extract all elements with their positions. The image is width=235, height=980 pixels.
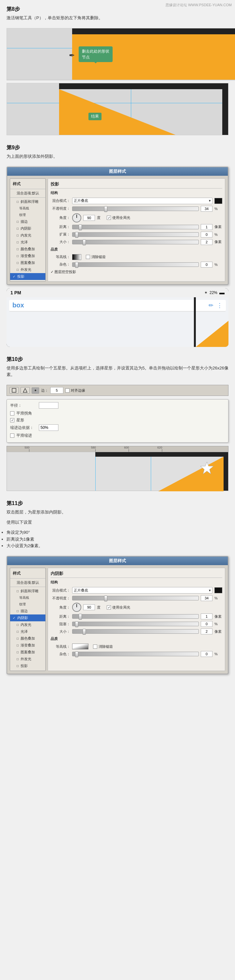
- angle-degree-9: 度: [97, 215, 105, 220]
- texture-9[interactable]: 纹理: [10, 212, 45, 218]
- smooth-corner-label-10: 平滑拐角: [16, 410, 32, 416]
- angle-dial-9[interactable]: [72, 213, 81, 223]
- dialog-title-11: 图层样式: [7, 557, 228, 565]
- antialias-check-9[interactable]: 消除锯齿: [86, 255, 106, 259]
- step11-settings-list: 角设定为90° 距离设为1像素 大小设置为2像素。: [6, 529, 229, 549]
- inner-shadow-section-title-11: 内阴影: [51, 571, 222, 578]
- noise-slider-9[interactable]: [72, 262, 199, 267]
- blend-options-11[interactable]: 混合选项:默认: [10, 579, 45, 586]
- shadow-color-swatch-9[interactable]: [214, 198, 222, 204]
- noise-slider-11[interactable]: [72, 652, 199, 656]
- noise-unit-11: %: [214, 652, 222, 656]
- size-slider-11[interactable]: [72, 629, 199, 634]
- stroke-11[interactable]: □描边: [10, 608, 45, 614]
- color-overlay-11[interactable]: □颜色叠加: [10, 635, 45, 642]
- inner-shadow-9[interactable]: □内阴影: [10, 225, 45, 232]
- angle-label-11: 角度：: [51, 605, 70, 610]
- edge-input-10[interactable]: [50, 387, 64, 394]
- spread-input-9[interactable]: [201, 232, 213, 237]
- gradient-overlay-9[interactable]: □渐变叠加: [10, 253, 45, 259]
- setting-item-0: 角设定为90°: [6, 529, 229, 536]
- radius-input-10[interactable]: [39, 402, 59, 409]
- pattern-overlay-9[interactable]: □图案叠加: [10, 259, 45, 266]
- spread-slider-9[interactable]: [72, 232, 199, 237]
- distance-input-11[interactable]: [201, 614, 213, 619]
- styles-label-9: 样式: [10, 180, 45, 188]
- global-light-check-11[interactable]: ✓ 使用全局光: [107, 605, 130, 610]
- blend-mode-select-11[interactable]: 正片叠底 ▾: [72, 587, 213, 593]
- divider-9: [10, 189, 45, 189]
- phone-triangle-9: [196, 321, 229, 347]
- indent-row-10: 缩进边依据：: [10, 424, 225, 431]
- step10-desc: 使用多边形工具绘制一个五星形。从选项栏上，选择星形，并设置其边为5。单击并拖动以…: [6, 365, 229, 379]
- smooth-indent-check-10[interactable]: [10, 433, 14, 438]
- choke-input-11[interactable]: [201, 621, 213, 627]
- noise-input-9[interactable]: [201, 262, 213, 267]
- size-label-9: 大小：: [51, 239, 70, 244]
- satin-11[interactable]: □光泽: [10, 628, 45, 635]
- gradient-overlay-11[interactable]: □渐变叠加: [10, 642, 45, 649]
- step8-tooltip: 删去此处的形状 节点: [79, 46, 113, 62]
- layer-btn[interactable]: [21, 387, 30, 394]
- shadow-color-swatch-11[interactable]: [214, 587, 222, 593]
- bevel-11[interactable]: □斜面和浮雕: [10, 588, 45, 595]
- contour-9[interactable]: 等高线: [10, 205, 45, 212]
- star-tool-btn[interactable]: ✦: [32, 387, 39, 394]
- more-icon-9: ⋮: [217, 302, 222, 309]
- knockout-check-9[interactable]: ✓ 图层挖空投影: [51, 269, 222, 274]
- inner-glow-11[interactable]: □内发光: [10, 621, 45, 628]
- smooth-corner-row-10: 平滑拐角: [10, 410, 225, 416]
- size-input-11[interactable]: [201, 628, 213, 635]
- rect-tool-btn[interactable]: [10, 387, 19, 394]
- bevel-9[interactable]: □斜面和浮雕: [10, 198, 45, 205]
- size-unit-11: 像素: [214, 629, 222, 634]
- antialias-check-11[interactable]: 消除锯齿: [93, 644, 113, 649]
- size-slider-9[interactable]: [72, 240, 199, 244]
- choke-slider-11[interactable]: [72, 622, 199, 626]
- texture-11[interactable]: 纹理: [10, 601, 45, 608]
- distance-slider-11[interactable]: [72, 614, 199, 619]
- angle-input-9[interactable]: [83, 215, 95, 221]
- drop-shadow-9[interactable]: ✓投影: [10, 273, 45, 280]
- size-input-9[interactable]: [201, 239, 213, 245]
- step11-title: 第11步: [6, 500, 229, 507]
- global-light-check-9[interactable]: ✓ 使用全局光: [107, 215, 130, 220]
- distance-input-9[interactable]: [201, 224, 213, 230]
- dialog-title-9: 图层样式: [7, 167, 228, 176]
- drop-shadow-11[interactable]: □投影: [10, 662, 45, 669]
- star-check-10[interactable]: ✓: [10, 418, 14, 422]
- opacity-slider-11[interactable]: [72, 596, 199, 600]
- opacity-row-11: 不透明度： %: [51, 595, 222, 601]
- align-checkbox-10[interactable]: 对齐边缘: [65, 388, 85, 393]
- smooth-corner-check-10[interactable]: [10, 411, 14, 415]
- opacity-label-11: 不透明度：: [51, 596, 70, 601]
- angle-dial-11[interactable]: [72, 603, 81, 612]
- inner-glow-9[interactable]: □内发光: [10, 232, 45, 239]
- noise-input-11[interactable]: [201, 651, 213, 657]
- choke-unit-11: %: [214, 622, 222, 626]
- dialog-left-panel-11: 样式 混合选项:默认 □斜面和浮雕 等高线 纹理 □描边 ✓内阴影 □内发光: [10, 568, 46, 671]
- angle-input-11[interactable]: [83, 605, 95, 610]
- blend-options-9[interactable]: 混合选项:默认: [10, 190, 45, 197]
- distance-slider-9[interactable]: [72, 225, 199, 229]
- color-overlay-9[interactable]: □颜色叠加: [10, 246, 45, 253]
- inner-shadow-11[interactable]: ✓内阴影: [10, 614, 45, 621]
- angle-degree-11: 度: [97, 605, 105, 610]
- stroke-9[interactable]: □描边: [10, 218, 45, 225]
- contour-preview-11[interactable]: [72, 644, 89, 649]
- outer-glow-11[interactable]: □外发光: [10, 655, 45, 662]
- opacity-label-9: 不透明度：: [51, 206, 70, 211]
- blend-mode-select-9[interactable]: 正片叠底 ▾: [72, 197, 213, 204]
- noise-row-9: 杂色： %: [51, 262, 222, 267]
- outer-glow-9[interactable]: □外发光: [10, 266, 45, 273]
- opacity-input-11[interactable]: [201, 595, 213, 601]
- noise-row-11: 杂色： %: [51, 651, 222, 657]
- pattern-overlay-11[interactable]: □图案叠加: [10, 649, 45, 655]
- opacity-input-9[interactable]: [201, 206, 213, 212]
- indent-input-10[interactable]: [39, 424, 59, 431]
- styles-label-11: 样式: [10, 570, 45, 578]
- satin-9[interactable]: □光泽: [10, 239, 45, 246]
- contour-preview-9[interactable]: [72, 254, 81, 260]
- opacity-slider-9[interactable]: [72, 207, 199, 211]
- contour-11[interactable]: 等高线: [10, 595, 45, 601]
